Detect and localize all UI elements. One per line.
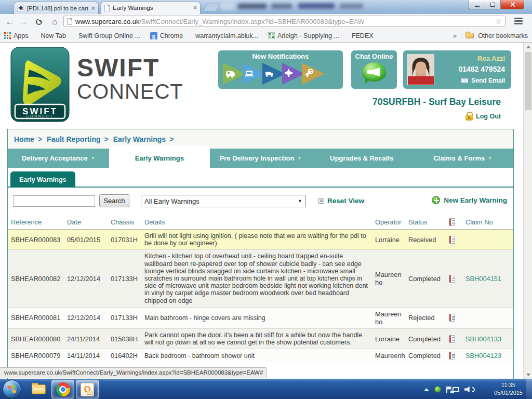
account-title: 70SURFBH - Surf Bay Leisure	[373, 97, 501, 108]
column-header: Reference	[11, 218, 67, 226]
action-center-flag-icon[interactable]	[446, 387, 447, 393]
taskbar-explorer-button[interactable]	[27, 380, 50, 398]
table-row[interactable]: SBHEAR00008212/12/2014017133HKitchen - k…	[8, 249, 513, 307]
blurred-region	[220, 2, 371, 11]
send-email-link[interactable]: Send Email	[461, 77, 505, 84]
table-row[interactable]: SBHEAR00008024/11/2014015038HPark cannot…	[8, 328, 513, 349]
claim-link[interactable]: SBH004151	[466, 275, 501, 283]
tab-label: Pre Delivery Inspection	[220, 154, 295, 162]
column-header: Status	[408, 218, 449, 226]
breadcrumb-link[interactable]: Fault Reporting	[47, 135, 100, 143]
table-row[interactable]: SBHEAR00007914/11/2014016402HBack bedroo…	[8, 349, 513, 362]
taskbar-outlook-button[interactable]: O	[76, 380, 99, 398]
tab-label: Claims & Forms	[433, 154, 485, 162]
column-header: Operator	[375, 218, 408, 226]
breadcrumb-link[interactable]: Early Warnings	[113, 135, 166, 143]
table-row[interactable]: SBHEAR00008305/01/2015017031HGrill will …	[8, 230, 513, 249]
other-bookmarks-button[interactable]: Other bookmarks	[478, 32, 528, 39]
note-icon[interactable]	[449, 236, 455, 244]
network-icon[interactable]	[453, 387, 459, 392]
tab-claims-forms[interactable]: Claims & Forms▼	[412, 149, 513, 168]
note-icon[interactable]	[449, 352, 455, 360]
bookmark-item[interactable]: warrantyclaim.abiuk...	[193, 32, 258, 39]
apps-grid-icon	[4, 32, 11, 39]
taskbar-clock[interactable]: 11:35 05/01/2015	[494, 381, 523, 397]
chrome-icon	[56, 382, 70, 396]
reset-view-button[interactable]: Reset View	[318, 197, 364, 205]
browser-tab-early-warnings[interactable]: Early Warnings ×	[101, 1, 201, 14]
menu-icon[interactable]	[514, 18, 523, 25]
close-button[interactable]	[501, 0, 524, 9]
tab-close-icon[interactable]: ×	[91, 5, 95, 12]
note-icon[interactable]	[449, 275, 455, 283]
web-page: SWIFT CONNECT SWIFT CONNECT New Notifica…	[0, 43, 532, 379]
bookmarks-overflow-chevron[interactable]: »	[453, 32, 457, 39]
main-nav-tabs: Delivery Acceptance▼Early WarningsPre De…	[8, 149, 513, 168]
reload-button[interactable]	[32, 15, 46, 28]
chat-online-label: Chat Online	[351, 50, 397, 60]
address-bar[interactable]: www.supercare.co.uk/SwiftConnect/Early_W…	[63, 16, 506, 27]
bookmark-item[interactable]: New Tab	[38, 32, 66, 39]
bookmark-star-icon[interactable]: ☆	[495, 17, 502, 25]
chevron-down-icon: ▼	[297, 156, 301, 161]
volume-icon[interactable]	[464, 387, 471, 393]
browser-tab-pdi[interactable]: [PDI-148] pdi to be carried ×	[14, 2, 99, 14]
tab-pre-delivery-inspection[interactable]: Pre Delivery Inspection▼	[210, 149, 311, 168]
bookmark-item[interactable]: Swift Group Online ...	[76, 32, 140, 39]
note-icon[interactable]	[449, 314, 455, 322]
claim-link[interactable]: SBH004133	[466, 335, 501, 343]
maximize-button[interactable]	[485, 0, 501, 9]
tools-icon[interactable]	[301, 61, 325, 86]
user-name: Rea Azzi	[477, 55, 505, 62]
scrollbar-thumb[interactable]	[525, 52, 531, 110]
search-input[interactable]	[13, 195, 95, 207]
back-button[interactable]: ←	[3, 15, 17, 28]
filter-select[interactable]: All Early Warnings ▼	[141, 195, 306, 207]
cell-chassis: 017133H	[111, 314, 144, 322]
show-desktop-button[interactable]	[526, 379, 532, 399]
forward-button[interactable]: →	[17, 15, 30, 28]
user-avatar	[407, 54, 434, 85]
scroll-up-arrow[interactable]	[524, 43, 532, 51]
chat-online-panel[interactable]: Chat Online	[351, 50, 397, 89]
cell-status: Completed	[408, 352, 449, 360]
folder-icon	[466, 33, 474, 38]
taskbar-chrome-button[interactable]	[51, 380, 74, 398]
start-button[interactable]	[3, 380, 21, 398]
user-phone: 01482 479524	[458, 65, 505, 73]
cell-operator: Maureen ho	[375, 310, 408, 326]
bookmark-label: FEDEX	[352, 32, 374, 39]
bookmark-item[interactable]: Apps	[4, 32, 29, 39]
search-button[interactable]: Search	[99, 194, 129, 207]
bookmark-label: New Tab	[41, 32, 66, 39]
new-tab-button[interactable]	[203, 4, 220, 11]
logout-link[interactable]: Log Out	[466, 112, 501, 121]
tab-early-warnings[interactable]: Early Warnings	[109, 146, 210, 168]
sub-tab-early-warnings[interactable]: Early Warnings	[10, 171, 75, 188]
table-row[interactable]: SBHEAR00008112/12/2014017133HMain bathro…	[8, 307, 513, 328]
divider	[461, 32, 461, 39]
minimize-button[interactable]	[469, 0, 485, 9]
svg-text:CONNECT: CONNECT	[26, 114, 54, 118]
page-scrollbar[interactable]	[523, 43, 532, 379]
claim-link[interactable]: SBH004123	[466, 352, 501, 360]
tray-status-icon[interactable]	[434, 386, 441, 393]
tab-delivery-acceptance[interactable]: Delivery Acceptance▼	[8, 149, 109, 168]
scroll-down-arrow[interactable]	[524, 370, 532, 379]
chat-bubble-icon[interactable]	[362, 62, 386, 82]
wordmark-connect: CONNECT	[77, 81, 183, 102]
breadcrumb-link[interactable]: Home	[14, 135, 34, 143]
bookmark-item[interactable]: FEDEX	[349, 32, 374, 39]
tab-title: [PDI-148] pdi to be carried	[27, 5, 88, 11]
tab-upgrades-recalls[interactable]: Upgrades & Recalls	[311, 149, 413, 168]
note-icon[interactable]	[449, 335, 455, 343]
content-container: Home>Fault Reporting>Early Warnings> Del…	[7, 129, 514, 379]
bookmark-item[interactable]: gChrome	[150, 32, 183, 39]
bookmark-label: warrantyclaim.abiuk...	[195, 32, 258, 39]
tray-expand-icon[interactable]	[424, 385, 429, 391]
clock-time: 11:35	[494, 381, 523, 389]
tab-close-icon[interactable]: ×	[193, 4, 197, 11]
bookmark-item[interactable]: Arleigh - Supplying ...	[268, 32, 339, 39]
new-early-warning-button[interactable]: New Early Warning	[432, 196, 507, 204]
home-button[interactable]: ⌂	[48, 15, 61, 28]
